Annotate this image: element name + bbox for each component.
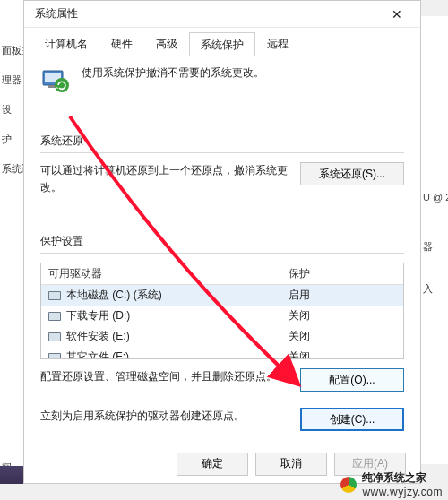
close-icon: ✕ (392, 7, 402, 22)
create-button[interactable]: 创建(C)... (300, 408, 404, 431)
drive-icon (48, 312, 61, 321)
tab-remote[interactable]: 远程 (255, 31, 300, 56)
configure-button[interactable]: 配置(O)... (300, 368, 404, 392)
watermark: 纯净系统之家 www.wyjzy.com (340, 470, 443, 498)
dialog-title: 系统属性 (35, 6, 78, 22)
configure-description: 配置还原设置、管理磁盘空间，并且删除还原点。 (40, 368, 291, 385)
tab-system-protection[interactable]: 系统保护 (189, 32, 255, 56)
intro-row: 使用系统保护撤消不需要的系统更改。 (40, 65, 404, 96)
watermark-url: www.wyjzy.com (362, 486, 443, 498)
drive-row[interactable]: 下载专用 (D:) 关闭 (41, 306, 403, 326)
svg-point-3 (55, 78, 69, 92)
drive-row[interactable]: 本地磁盘 (C:) (系统) 启用 (41, 285, 403, 306)
section-label-restore: 系统还原 (40, 134, 404, 149)
close-button[interactable]: ✕ (379, 2, 415, 27)
tab-bar: 计算机名 硬件 高级 系统保护 远程 (24, 28, 420, 56)
drive-row[interactable]: 软件安装 (E:) 关闭 (41, 326, 403, 347)
create-description: 立刻为启用系统保护的驱动器创建还原点。 (40, 408, 291, 425)
drive-icon (48, 291, 61, 300)
tab-advanced[interactable]: 高级 (144, 31, 189, 56)
divider (40, 253, 404, 254)
tab-hardware[interactable]: 硬件 (99, 31, 144, 56)
drive-list[interactable]: 可用驱动器 保护 本地磁盘 (C:) (系统) 启用 下载专用 (D:) 关闭 … (40, 263, 404, 359)
restore-description: 可以通过将计算机还原到上一个还原点，撤消系统更改。 (40, 162, 291, 196)
system-restore-icon (40, 65, 71, 96)
titlebar: 系统属性 ✕ (24, 1, 420, 28)
section-label-protect: 保护设置 (40, 234, 404, 249)
ok-button[interactable]: 确定 (177, 453, 248, 476)
drive-row[interactable]: 其它文件 (F:) 关闭 (41, 347, 403, 359)
drive-icon (48, 353, 61, 360)
background-right-strip: U @ 2.60 器 入 (421, 16, 448, 464)
system-restore-button[interactable]: 系统还原(S)... (300, 162, 404, 185)
watermark-brand: 纯净系统之家 (362, 470, 443, 486)
drive-icon (48, 332, 61, 341)
tab-computer-name[interactable]: 计算机名 (33, 31, 99, 56)
intro-text: 使用系统保护撤消不需要的系统更改。 (82, 65, 264, 81)
drive-list-header: 可用驱动器 保护 (41, 263, 403, 285)
background-left-strip: 面板主 理器 设 护 系统设 间 告与维 (0, 0, 23, 484)
cancel-button[interactable]: 取消 (255, 453, 327, 476)
dialog-content: 使用系统保护撤消不需要的系统更改。 系统还原 可以通过将计算机还原到上一个还原点… (24, 56, 420, 444)
divider (40, 152, 404, 153)
system-properties-dialog: 系统属性 ✕ 计算机名 硬件 高级 系统保护 远程 使用系统保护撤消不需要的系统… (23, 0, 421, 484)
watermark-logo-icon (340, 477, 357, 493)
